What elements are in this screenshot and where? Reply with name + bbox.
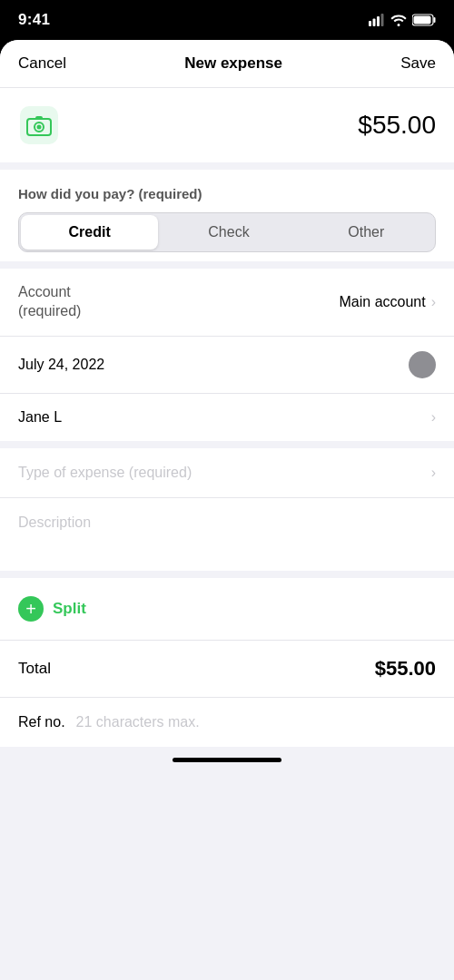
save-button[interactable]: Save [400,54,436,73]
cancel-button[interactable]: Cancel [18,54,66,73]
expense-type-chevron-icon: › [431,465,436,481]
status-icons [369,14,436,26]
check-button[interactable]: Check [160,213,297,251]
signal-icon [369,14,385,26]
svg-rect-11 [35,116,43,120]
bottom-section: + Split Total $55.00 Ref no. 21 characte… [0,578,454,747]
payment-toggle: Credit Check Other [18,212,436,252]
home-bar [173,758,281,762]
svg-rect-2 [377,16,380,26]
ref-row[interactable]: Ref no. 21 characters max. [0,698,454,747]
account-value: Main account › [340,294,437,310]
svg-rect-1 [373,19,376,27]
account-section: Account(required) Main account › July 24… [0,269,454,441]
status-time: 9:41 [18,11,50,29]
account-row[interactable]: Account(required) Main account › [0,269,454,337]
home-indicator [0,747,454,769]
credit-button[interactable]: Credit [21,215,158,250]
expense-type-row[interactable]: Type of expense (required) › [0,448,454,498]
status-bar: 9:41 [0,0,454,40]
ref-input-placeholder: 21 characters max. [76,714,200,730]
camera-icon [20,106,58,144]
payment-section-label: How did you pay? (required) [18,186,436,201]
payer-chevron-icon: › [431,409,436,426]
description-placeholder: Description [18,514,91,530]
total-label: Total [18,660,51,678]
page-title: New expense [184,54,282,73]
svg-rect-3 [381,14,384,26]
main-card: Cancel New expense Save $55.00 How did y… [0,40,454,980]
svg-rect-5 [414,16,431,24]
expense-type-placeholder: Type of expense (required) [18,465,192,481]
total-value: $55.00 [375,657,436,681]
wifi-icon [390,14,407,26]
account-label: Account(required) [18,283,81,321]
amount-section: $55.00 [0,88,454,162]
payer-value: Jane L [18,408,62,427]
battery-icon [412,14,436,26]
date-row[interactable]: July 24, 2022 [0,337,454,394]
nav-bar: Cancel New expense Save [0,40,454,88]
split-plus-icon[interactable]: + [18,596,44,622]
svg-rect-0 [369,21,371,26]
expense-section: Type of expense (required) › Description [0,448,454,571]
date-slider-dot[interactable] [409,351,436,378]
other-button[interactable]: Other [298,213,435,251]
camera-button[interactable] [18,104,60,146]
amount-input[interactable]: $55.00 [73,111,436,140]
ref-label: Ref no. [18,714,65,730]
svg-rect-6 [434,17,436,23]
amount-value: $55.00 [358,111,436,140]
description-row[interactable]: Description [0,498,454,571]
payer-row[interactable]: Jane L › [0,394,454,442]
svg-point-10 [37,125,42,130]
split-label: Split [53,600,86,618]
total-row: Total $55.00 [0,641,454,698]
split-row[interactable]: + Split [0,578,454,641]
payment-section: How did you pay? (required) Credit Check… [0,170,454,261]
date-value: July 24, 2022 [18,357,104,373]
account-chevron-icon: › [431,294,436,310]
